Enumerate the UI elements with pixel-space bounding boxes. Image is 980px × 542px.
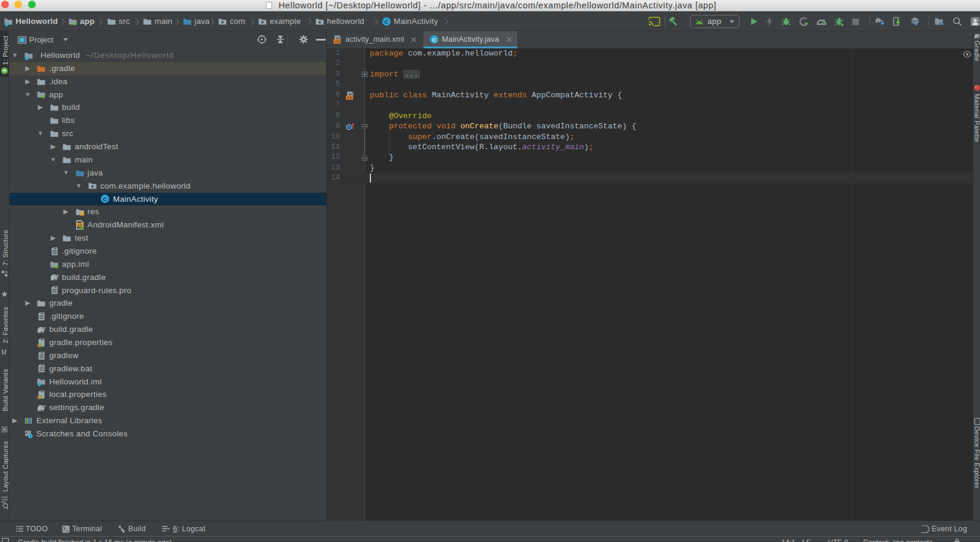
svg-text:<>: <> bbox=[77, 223, 82, 227]
svg-text:C: C bbox=[432, 36, 437, 43]
svg-text:<>: <> bbox=[347, 96, 352, 100]
svg-text:C: C bbox=[385, 19, 389, 25]
svg-text:C: C bbox=[103, 196, 107, 202]
svg-text:<>: <> bbox=[335, 39, 339, 44]
